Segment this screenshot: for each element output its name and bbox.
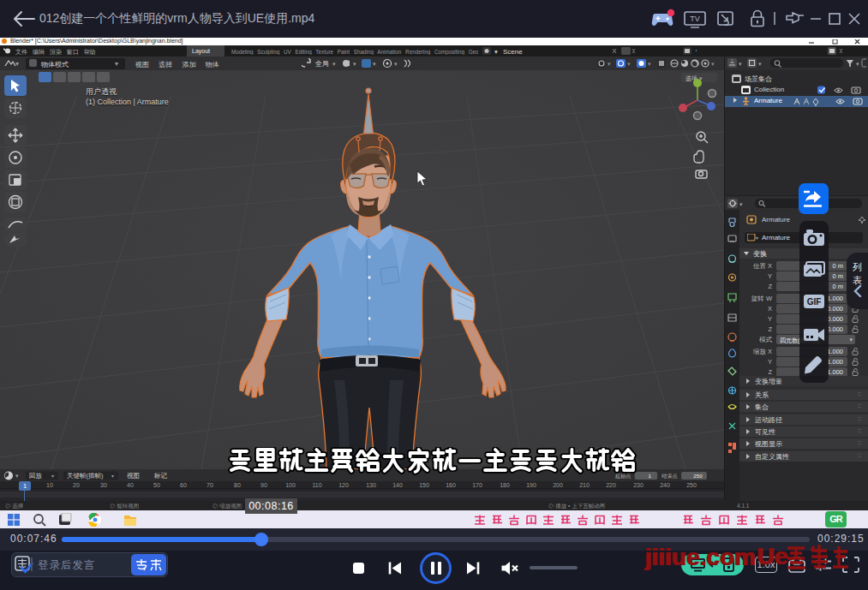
svg-text:视图: 视图	[127, 472, 140, 480]
svg-text:▾: ▾	[15, 60, 19, 68]
svg-text:GIF: GIF	[807, 297, 822, 307]
svg-text:▾: ▾	[332, 61, 336, 67]
svg-text:▾: ▾	[15, 473, 19, 479]
svg-text:全局: 全局	[315, 60, 329, 68]
svg-text:回放: 回放	[29, 472, 43, 480]
svg-text:TV: TV	[690, 15, 700, 23]
svg-text:▾: ▾	[494, 48, 498, 56]
svg-text:▾: ▾	[648, 61, 651, 67]
svg-text:Ue: Ue	[757, 544, 787, 569]
svg-text:▾: ▾	[111, 474, 114, 479]
svg-text:▾: ▾	[739, 61, 742, 67]
svg-text:▾: ▾	[627, 61, 631, 67]
svg-text:▾: ▾	[353, 61, 356, 67]
svg-text:▾: ▾	[608, 61, 611, 67]
svg-text:ViewLayer: ViewLayer	[696, 48, 697, 56]
svg-text:▾: ▾	[51, 474, 54, 479]
svg-text:结束点: 结束点	[661, 473, 677, 480]
svg-text:250: 250	[693, 473, 703, 479]
svg-text:▾: ▾	[394, 61, 398, 67]
svg-text:Scene: Scene	[503, 48, 523, 56]
svg-text:关键帧(插帧): 关键帧(插帧)	[67, 472, 104, 480]
svg-text:▾: ▾	[756, 235, 758, 241]
svg-text:1: 1	[649, 473, 652, 479]
svg-text:▾: ▾	[739, 201, 743, 207]
svg-text:标记: 标记	[153, 472, 168, 480]
svg-text:▾: ▾	[856, 61, 859, 67]
svg-text:▾: ▾	[711, 61, 715, 67]
svg-text:▾: ▾	[758, 61, 762, 67]
svg-text:▾: ▾	[373, 61, 376, 67]
